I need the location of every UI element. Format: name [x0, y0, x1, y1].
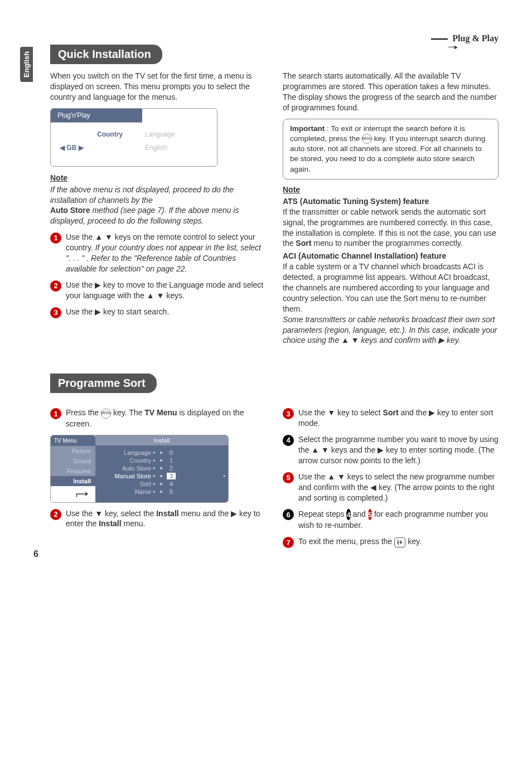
sort-step-1: 1 Press the MENU key. The TV Menu is dis…: [50, 408, 266, 429]
sort-step-4: 4 Select the programme number you want t…: [283, 434, 499, 466]
note-heading: Note: [50, 173, 266, 182]
note-heading-right: Note: [283, 185, 499, 194]
step-number-7: 7: [283, 537, 294, 548]
tv-main-body: Language▸0 Country▸1 Auto Store▸2 Manual…: [95, 445, 228, 502]
sort-step-3: 3 Use the ▼ key to select Sort and the ▶…: [283, 408, 499, 429]
search-intro: The search starts automatically. All the…: [283, 71, 499, 113]
step-number-2b: 2: [50, 509, 61, 520]
tv-side-install: Install: [51, 476, 95, 486]
country-label: Country: [60, 130, 123, 138]
ats-heading: ATS (Automatic Tuning System) feature: [283, 196, 499, 207]
step-number-4: 4: [283, 435, 294, 446]
page-number: 6: [33, 549, 38, 559]
menu-key-icon: MENU: [101, 409, 111, 419]
tv-main-heading: Install: [95, 435, 228, 445]
plugnplay-menu: Plug'n'Play Country ◀ GB ▶ Language Engl…: [50, 108, 217, 167]
info-key-icon: i+: [394, 537, 405, 547]
language-value: English: [145, 144, 208, 152]
step-number-2: 2: [50, 280, 61, 292]
step-number-3: 3: [50, 307, 61, 318]
step-number-1b: 1: [50, 408, 61, 419]
section-title-quick-installation: Quick Installation: [50, 45, 162, 64]
aci-body: If a cable system or a TV channel which …: [283, 261, 499, 314]
section-title-programme-sort: Programme Sort: [50, 374, 157, 393]
step-2: 2 Use the ▶ key to move to the Language …: [50, 280, 266, 301]
step-number-6: 6: [283, 509, 294, 520]
sort-step-5: 5 Use the ▲ ▼ keys to select the new pro…: [283, 472, 499, 503]
sort-step-2: 2 Use the ▼ key, select the Install menu…: [50, 508, 266, 530]
sort-step-7: 7 To exit the menu, press the i+ key.: [283, 536, 499, 548]
step-number-1: 1: [50, 232, 61, 244]
tv-menu: TV Menu Picture Sound Features Install I…: [50, 435, 229, 503]
language-label: Language: [145, 130, 208, 138]
step-number-3b: 3: [283, 408, 294, 419]
note-body-2: Auto Store method (see page 7). If the a…: [50, 205, 266, 226]
menu-header: Plug'n'Play: [51, 109, 142, 123]
important-box: Important : To exit or interrupt the sea…: [283, 119, 499, 180]
step-3: 3 Use the ▶ key to start search.: [50, 307, 266, 318]
step-number-5: 5: [283, 472, 294, 483]
plug-and-play-logo: Plug & Play ─=▸: [431, 33, 499, 51]
country-value: ◀ GB ▶: [60, 144, 123, 152]
intro-text: When you switch on the TV set for the fi…: [50, 71, 266, 103]
step-1: 1 Use the ▲ ▼ keys on the remote control…: [50, 232, 266, 274]
aci-heading: ACI (Automatic Channel Installation) fea…: [283, 251, 499, 261]
tv-side-sound: Sound: [51, 456, 95, 466]
arrow-icon: [51, 486, 95, 502]
language-tab: English: [20, 47, 33, 82]
tv-side-features: Features: [51, 466, 95, 476]
ats-body: If the transmitter or cable network send…: [283, 207, 499, 249]
tv-side-picture: Picture: [51, 446, 95, 456]
menu-key-icon: MENU: [362, 134, 372, 144]
tv-menu-tab: TV Menu: [51, 435, 95, 446]
sort-step-6: 6 Repeat steps 4 and 5 for each programm…: [283, 508, 499, 531]
note-body-1: If the above menu is not displayed, proc…: [50, 185, 266, 206]
aci-italic: Some transmitters or cable networks broa…: [283, 314, 499, 346]
